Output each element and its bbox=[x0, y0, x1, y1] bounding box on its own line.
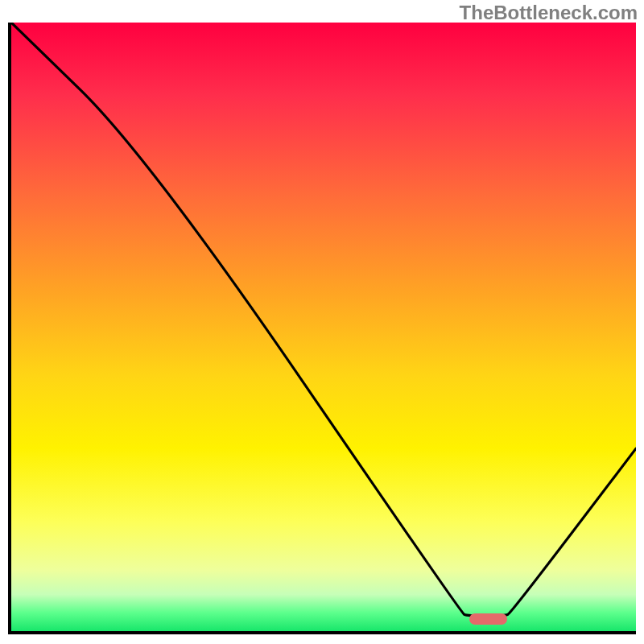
plot-area bbox=[8, 23, 636, 634]
optimal-marker bbox=[469, 613, 507, 625]
chart-container: TheBottleneck.com bbox=[0, 0, 644, 644]
attribution-label: TheBottleneck.com bbox=[460, 2, 638, 24]
curve-line bbox=[11, 23, 636, 631]
